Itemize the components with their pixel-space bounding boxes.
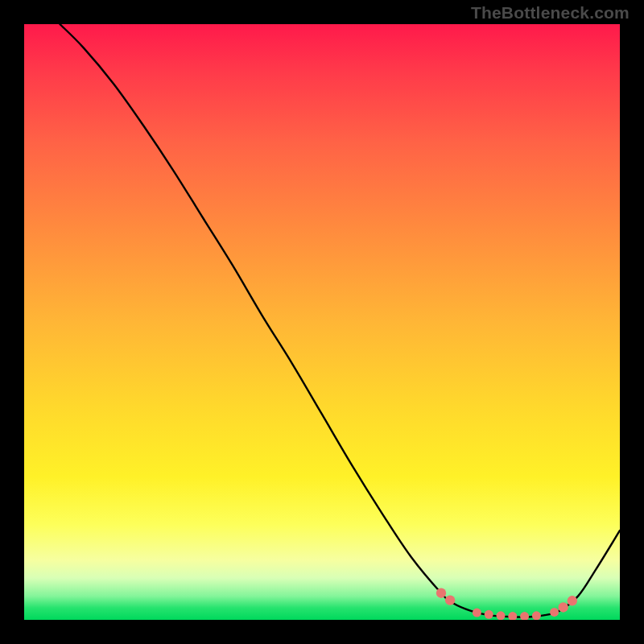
plot-area [24, 24, 620, 620]
curve-marker [568, 596, 577, 605]
curve-marker [485, 610, 493, 619]
curve-marker [550, 608, 559, 617]
curve-marker [508, 612, 517, 620]
bottleneck-curve [60, 24, 620, 617]
curve-marker [559, 602, 568, 612]
curve-marker [497, 611, 506, 620]
curve-marker [473, 609, 481, 617]
chart-container: TheBottleneck.com [0, 0, 644, 644]
watermark-text: TheBottleneck.com [471, 3, 630, 23]
curve-marker [445, 595, 455, 605]
marker-group [436, 588, 577, 621]
curve-marker [532, 611, 541, 620]
curve-marker [520, 612, 529, 620]
curve-layer [24, 24, 620, 620]
curve-marker [436, 588, 446, 598]
